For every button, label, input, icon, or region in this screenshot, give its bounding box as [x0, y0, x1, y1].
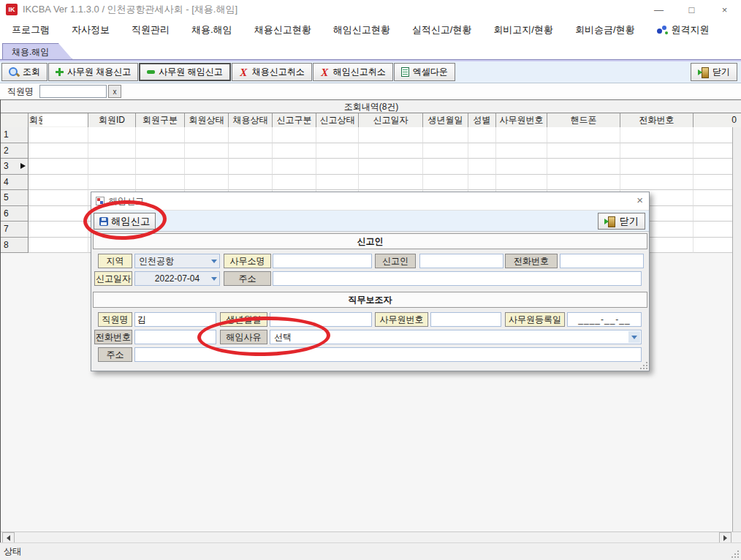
table-row[interactable]: 3: [1, 159, 732, 175]
table-cell[interactable]: [273, 143, 316, 159]
toolbar-button-1[interactable]: 사무원 채용신고: [48, 63, 138, 81]
table-cell[interactable]: [28, 190, 88, 206]
table-cell[interactable]: [28, 222, 88, 238]
table-cell[interactable]: [136, 143, 185, 159]
minimize-button[interactable]: —: [642, 0, 675, 19]
table-cell[interactable]: [88, 175, 136, 191]
table-cell[interactable]: [185, 159, 229, 175]
table-cell[interactable]: [496, 175, 547, 191]
grid-column-header-13[interactable]: 0: [694, 113, 741, 127]
report-date-combo[interactable]: 2022-07-04: [134, 271, 220, 286]
table-cell[interactable]: [468, 175, 496, 191]
table-cell[interactable]: [423, 127, 468, 143]
assistant-address-input[interactable]: [134, 347, 642, 362]
table-cell[interactable]: [359, 143, 423, 159]
table-cell[interactable]: [694, 127, 732, 143]
menu-item-9[interactable]: 원격지원: [657, 23, 710, 37]
clear-filter-button[interactable]: x: [108, 85, 121, 98]
grid-column-header-4[interactable]: 채용상태: [229, 113, 273, 127]
table-cell[interactable]: [88, 127, 136, 143]
table-cell[interactable]: [359, 127, 423, 143]
menu-item-3[interactable]: 채용.해임: [191, 23, 232, 37]
grid-column-header-3[interactable]: 회원상태: [185, 113, 229, 127]
table-cell[interactable]: [694, 238, 732, 254]
table-cell[interactable]: [28, 206, 88, 222]
dismiss-report-save-button[interactable]: 해임신고: [94, 213, 156, 230]
table-cell[interactable]: [694, 159, 732, 175]
scroll-right-button[interactable]: [719, 532, 732, 543]
table-cell[interactable]: [316, 175, 359, 191]
grid-column-header-10[interactable]: 사무원번호: [496, 113, 547, 127]
vertical-scroll-area[interactable]: [732, 127, 741, 531]
close-screen-button[interactable]: 닫기: [691, 63, 737, 81]
table-cell[interactable]: [468, 159, 496, 175]
table-cell[interactable]: [273, 159, 316, 175]
reporter-input[interactable]: [419, 254, 503, 268]
tab-recruit-dismiss[interactable]: 채용.해임: [2, 43, 72, 59]
grid-column-header-2[interactable]: 회원구분: [136, 113, 185, 127]
table-cell[interactable]: [620, 143, 694, 159]
officer-reg-date-input[interactable]: [567, 312, 642, 327]
office-name-input[interactable]: [273, 254, 372, 268]
officer-number-input[interactable]: [430, 312, 501, 327]
table-cell[interactable]: [229, 159, 273, 175]
table-cell[interactable]: [316, 127, 359, 143]
table-cell[interactable]: [28, 159, 88, 175]
table-cell[interactable]: [694, 222, 732, 238]
table-cell[interactable]: [547, 159, 620, 175]
table-cell[interactable]: [273, 127, 316, 143]
table-cell[interactable]: [28, 238, 88, 254]
table-cell[interactable]: [423, 159, 468, 175]
grid-column-header-11[interactable]: 핸드폰: [547, 113, 620, 127]
table-cell[interactable]: [229, 127, 273, 143]
table-cell[interactable]: [136, 159, 185, 175]
table-cell[interactable]: [496, 127, 547, 143]
grid-column-header-9[interactable]: 성별: [468, 113, 496, 127]
table-cell[interactable]: [694, 206, 732, 222]
table-cell[interactable]: [28, 127, 88, 143]
horizontal-scrollbar[interactable]: [1, 531, 741, 542]
table-cell[interactable]: [547, 175, 620, 191]
table-cell[interactable]: [229, 175, 273, 191]
table-cell[interactable]: [88, 143, 136, 159]
row-header[interactable]: 2: [1, 143, 28, 159]
table-cell[interactable]: [496, 143, 547, 159]
grid-column-header-6[interactable]: 신고상태: [316, 113, 359, 127]
grid-column-header-8[interactable]: 생년월일: [423, 113, 468, 127]
row-header[interactable]: 1: [1, 127, 28, 143]
table-cell[interactable]: [316, 143, 359, 159]
toolbar-button-0[interactable]: 조회: [1, 63, 48, 81]
close-window-button[interactable]: ×: [708, 0, 741, 19]
birth-date-input[interactable]: [270, 312, 372, 327]
toolbar-button-4[interactable]: 해임신고취소: [313, 63, 393, 81]
menu-item-2[interactable]: 직원관리: [132, 23, 170, 37]
window-resize-grip[interactable]: [732, 550, 739, 558]
table-cell[interactable]: [273, 175, 316, 191]
menu-item-0[interactable]: 프로그램: [12, 23, 50, 37]
dialog-close-icon[interactable]: ×: [636, 194, 643, 206]
table-cell[interactable]: [88, 159, 136, 175]
table-cell[interactable]: [28, 175, 88, 191]
menu-item-4[interactable]: 채용신고현황: [254, 23, 311, 37]
table-cell[interactable]: [547, 143, 620, 159]
table-cell[interactable]: [620, 159, 694, 175]
assistant-phone-input[interactable]: [134, 330, 216, 344]
toolbar-button-5[interactable]: 엑셀다운: [394, 63, 455, 81]
row-header[interactable]: 4: [1, 175, 28, 191]
menu-item-8[interactable]: 회비송금/현황: [575, 23, 635, 37]
menu-item-7[interactable]: 회비고지/현황: [493, 23, 553, 37]
dialog-close-button[interactable]: 닫기: [598, 213, 645, 230]
table-cell[interactable]: [136, 175, 185, 191]
table-cell[interactable]: [694, 190, 732, 206]
toolbar-button-2[interactable]: 사무원 해임신고: [139, 63, 230, 81]
table-cell[interactable]: [547, 127, 620, 143]
row-header[interactable]: 7: [1, 222, 28, 238]
table-cell[interactable]: [316, 159, 359, 175]
table-cell[interactable]: [28, 143, 88, 159]
menu-item-6[interactable]: 실적신고/현황: [412, 23, 472, 37]
table-cell[interactable]: [359, 175, 423, 191]
table-cell[interactable]: [185, 127, 229, 143]
table-cell[interactable]: [468, 127, 496, 143]
grid-corner-cell[interactable]: [1, 113, 28, 127]
grid-column-header-1[interactable]: 회원ID: [88, 113, 136, 127]
